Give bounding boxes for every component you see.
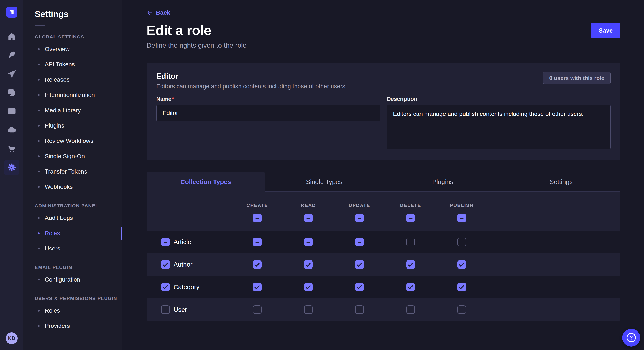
bullet-icon [38,125,40,127]
send-icon[interactable] [5,67,18,81]
bullet-icon [38,248,40,249]
required-asterisk: * [172,96,174,102]
permissions-card: Collection TypesSingle TypesPluginsSetti… [146,172,620,321]
subnav-item-providers[interactable]: Providers [24,318,122,334]
tab-settings[interactable]: Settings [502,172,620,191]
permission-checkbox-category-publish[interactable] [458,283,466,291]
row-select-checkbox-category[interactable] [161,283,170,291]
row-select-checkbox-article[interactable] [161,238,170,246]
subnav-item-single-sign-on[interactable]: Single Sign-On [24,149,122,164]
user-avatar[interactable]: KD [6,332,18,344]
permission-checkbox-article-read[interactable] [304,238,313,246]
subnav-item-label: Overview [45,46,70,52]
permission-checkbox-article-create[interactable] [253,238,262,246]
column-header-create: CREATE [232,203,283,208]
tab-collection-types[interactable]: Collection Types [146,172,265,191]
subnav-item-audit-logs[interactable]: Audit Logs [24,210,122,226]
role-details-card: Editor Editors can manage and publish co… [146,62,620,160]
settings-subnav: Settings GLOBAL SETTINGSOverviewAPI Toke… [24,0,122,350]
subnav-item-label: Webhooks [45,183,73,190]
bullet-icon [38,325,40,327]
permission-checkbox-user-create[interactable] [253,305,262,314]
cloud-icon[interactable] [5,123,18,137]
permission-checkbox-user-delete[interactable] [406,305,415,314]
subnav-item-roles[interactable]: Roles [24,303,122,318]
bullet-icon [38,110,40,111]
permissions-tabs: Collection TypesSingle TypesPluginsSetti… [146,172,620,191]
description-field-group: Description Editors can manage and publi… [387,96,610,150]
strapi-logo[interactable] [6,6,17,18]
subnav-item-api-tokens[interactable]: API Tokens [24,57,122,72]
permission-checkbox-user-update[interactable] [355,305,364,314]
content-type-label: Category [174,283,200,291]
subnav-item-users[interactable]: Users [24,241,122,256]
role-card-title: Editor [156,72,610,81]
subnav-item-label: Releases [45,76,70,83]
bullet-icon [38,79,40,81]
help-button[interactable]: ? [622,329,640,347]
select-all-delete-checkbox[interactable] [406,214,415,222]
permission-row-article: Article [146,231,620,253]
bullet-icon [38,232,40,234]
permission-checkbox-author-delete[interactable] [406,260,415,269]
subnav-item-configuration[interactable]: Configuration [24,272,122,287]
name-input[interactable] [156,105,380,121]
description-textarea[interactable]: Editors can manage and publish contents … [387,105,610,149]
role-card-subtitle: Editors can manage and publish contents … [156,83,610,90]
permission-checkbox-category-create[interactable] [253,283,262,291]
save-button[interactable]: Save [591,22,620,38]
subnav-item-transfer-tokens[interactable]: Transfer Tokens [24,164,122,179]
permission-checkbox-user-read[interactable] [304,305,313,314]
layout-icon[interactable] [5,104,18,118]
subnav-section-administration-panel: ADMINISTRATION PANEL [24,203,122,209]
permission-row-author: Author [146,253,620,276]
subnav-item-review-workflows[interactable]: Review Workflows [24,133,122,149]
subnav-item-label: Transfer Tokens [45,168,87,175]
row-select-checkbox-user[interactable] [161,305,170,314]
subnav-section-email-plugin: EMAIL PLUGIN [24,265,122,270]
subnav-item-releases[interactable]: Releases [24,72,122,87]
tab-plugins[interactable]: Plugins [384,172,502,191]
permission-checkbox-article-update[interactable] [355,238,364,246]
row-select-checkbox-author[interactable] [161,260,170,269]
subnav-title-rule [35,25,45,26]
select-all-update-checkbox[interactable] [355,214,364,222]
permission-checkbox-author-publish[interactable] [458,260,466,269]
select-all-create-checkbox[interactable] [253,214,262,222]
permission-checkbox-author-create[interactable] [253,260,262,269]
permission-checkbox-user-publish[interactable] [458,305,466,314]
permission-checkbox-article-publish[interactable] [458,238,466,246]
subnav-item-roles[interactable]: Roles [24,226,122,241]
subnav-item-plugins[interactable]: Plugins [24,118,122,133]
settings-gear-icon[interactable] [4,160,20,175]
select-all-read-checkbox[interactable] [304,214,313,222]
permission-checkbox-category-read[interactable] [304,283,313,291]
permission-checkbox-author-read[interactable] [304,260,313,269]
back-link[interactable]: Back [146,9,170,16]
bullet-icon [38,279,40,280]
permission-checkbox-article-delete[interactable] [406,238,415,246]
users-with-role-badge[interactable]: 0 users with this role [543,72,610,84]
content-type-label: User [174,306,187,313]
subnav-item-label: Single Sign-On [45,153,85,160]
permission-checkbox-category-update[interactable] [355,283,364,291]
permission-checkbox-author-update[interactable] [355,260,364,269]
subnav-item-internationalization[interactable]: Internationalization [24,87,122,103]
select-all-publish-checkbox[interactable] [458,214,466,222]
content-type-label: Author [174,261,192,268]
permission-checkbox-category-delete[interactable] [406,283,415,291]
subnav-item-media-library[interactable]: Media Library [24,103,122,118]
cart-icon[interactable] [5,142,18,156]
permissions-table-header: CREATEREADUPDATEDELETEPUBLISH [146,191,620,231]
subnav-section-global-settings: GLOBAL SETTINGS [24,34,122,40]
subnav-item-webhooks[interactable]: Webhooks [24,179,122,194]
bullet-icon [38,186,40,188]
tab-single-types[interactable]: Single Types [265,172,383,191]
media-images-icon[interactable] [5,86,18,99]
feather-icon[interactable] [5,48,18,62]
bullet-icon [38,48,40,50]
home-icon[interactable] [5,29,18,43]
subnav-item-label: Users [45,245,60,252]
subnav-item-overview[interactable]: Overview [24,41,122,57]
icon-rail: KD [0,0,24,350]
